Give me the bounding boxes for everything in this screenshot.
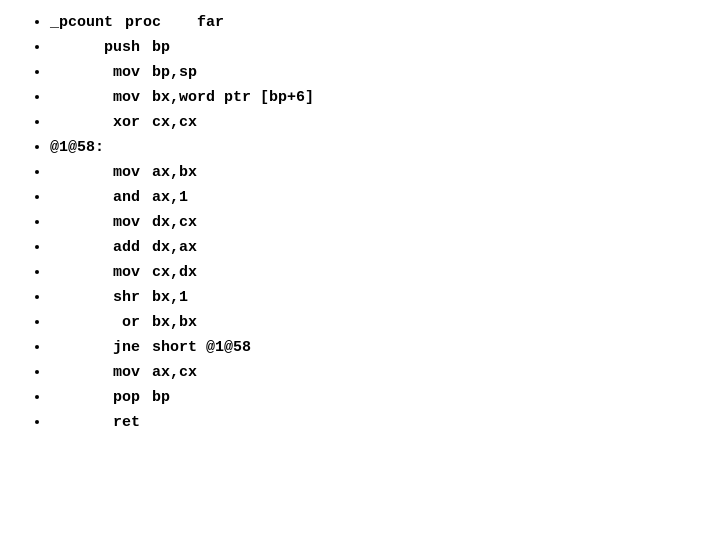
operands: ax,bx — [152, 160, 197, 185]
operands: bx,1 — [152, 285, 188, 310]
operands: ax,1 — [152, 185, 188, 210]
instruction: mov — [50, 160, 140, 185]
list-item: shrbx,1 — [50, 285, 700, 310]
list-item: movax,cx — [50, 360, 700, 385]
list-item: _pcountproc far — [50, 10, 700, 35]
operands: short @1@58 — [152, 335, 251, 360]
code-list: _pcountproc farpushbpmovbp,spmovbx,word … — [20, 10, 700, 435]
list-item: andax,1 — [50, 185, 700, 210]
operands: bx,bx — [152, 310, 197, 335]
list-item: popbp — [50, 385, 700, 410]
operands: bx,word ptr [bp+6] — [152, 85, 314, 110]
operands: proc far — [125, 10, 224, 35]
instruction: mov — [50, 260, 140, 285]
instruction: @1@58: — [50, 135, 104, 160]
list-item: movdx,cx — [50, 210, 700, 235]
operands: cx,cx — [152, 110, 197, 135]
instruction: mov — [50, 360, 140, 385]
operands: cx,dx — [152, 260, 197, 285]
instruction: _pcount — [50, 10, 113, 35]
operands: ax,cx — [152, 360, 197, 385]
instruction: mov — [50, 210, 140, 235]
list-item: orbx,bx — [50, 310, 700, 335]
instruction: mov — [50, 60, 140, 85]
instruction: and — [50, 185, 140, 210]
list-item: pushbp — [50, 35, 700, 60]
instruction: shr — [50, 285, 140, 310]
instruction: mov — [50, 85, 140, 110]
operands: bp,sp — [152, 60, 197, 85]
instruction: add — [50, 235, 140, 260]
list-item: ret — [50, 410, 700, 435]
list-item: movcx,dx — [50, 260, 700, 285]
list-item: xorcx,cx — [50, 110, 700, 135]
instruction: ret — [50, 410, 140, 435]
operands: dx,cx — [152, 210, 197, 235]
list-item: movbx,word ptr [bp+6] — [50, 85, 700, 110]
list-item: movbp,sp — [50, 60, 700, 85]
instruction: xor — [50, 110, 140, 135]
code-container: _pcountproc farpushbpmovbp,spmovbx,word … — [0, 0, 720, 445]
instruction: or — [50, 310, 140, 335]
operands: bp — [152, 35, 170, 60]
list-item: jneshort @1@58 — [50, 335, 700, 360]
instruction: pop — [50, 385, 140, 410]
list-item: @1@58: — [50, 135, 700, 160]
list-item: adddx,ax — [50, 235, 700, 260]
operands: dx,ax — [152, 235, 197, 260]
list-item: movax,bx — [50, 160, 700, 185]
operands: bp — [152, 385, 170, 410]
instruction: jne — [50, 335, 140, 360]
instruction: push — [50, 35, 140, 60]
